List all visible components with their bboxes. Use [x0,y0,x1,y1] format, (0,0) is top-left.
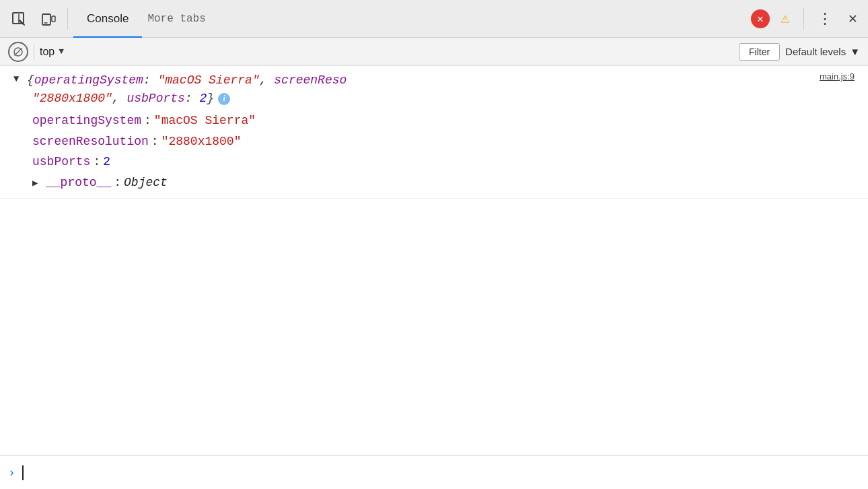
context-value-label: top [40,46,55,58]
prop-usbPorts: usbPorts : 2 [32,152,868,172]
console-tab[interactable]: Console [73,1,142,38]
devtools-toolbar: Console More tabs ✕ ⚠ ⋮ ✕ [0,0,868,38]
prop-usb-key: usbPorts [32,152,90,172]
console-toolbar-divider [34,44,34,60]
expand-arrow[interactable] [13,73,22,84]
object-preview: {operatingSystem: "macOS Sierra", screen… [27,71,347,90]
more-tabs-button[interactable]: More tabs [145,10,208,28]
proto-val: Object [124,172,168,193]
error-count-badge[interactable]: ✕ [751,9,770,28]
proto-line: __proto__ : Object [32,172,868,193]
object-properties: operatingSystem : "macOS Sierra" screenR… [32,110,868,193]
prop-res-key: screenResolution [32,131,149,152]
filter-area: Filter Default levels ▼ [739,43,860,61]
error-count-label: ✕ [757,12,764,26]
warning-badge[interactable]: ⚠ [775,9,795,29]
context-dropdown-arrow[interactable]: ▼ [59,46,64,57]
toolbar-tabs: Console More tabs [73,0,748,37]
proto-expand-arrow[interactable] [32,176,40,192]
toolbar-divider-1 [67,8,68,30]
prop-usb-val: 2 [103,152,110,172]
console-cursor [22,465,24,480]
clear-console-button[interactable] [8,42,28,62]
prop-res-val: "2880x1800" [161,131,242,152]
console-prompt: › [8,466,15,480]
entry-main-line: {operatingSystem: "macOS Sierra", screen… [13,71,868,90]
info-icon[interactable]: i [218,93,230,105]
default-levels-label: Default levels [785,46,846,57]
source-link[interactable]: main.js:9 [820,71,855,82]
inspect-element-button[interactable] [5,5,32,32]
console-input-area: › [0,455,868,489]
device-toolbar-button[interactable] [35,5,62,32]
more-options-button[interactable]: ⋮ [812,7,838,30]
console-log-entry: main.js:9 {operatingSystem: "macOS Sierr… [0,66,868,199]
prop-os-key: operatingSystem [32,110,141,131]
prop-operatingSystem: operatingSystem : "macOS Sierra" [32,110,868,131]
console-tab-label: Console [87,12,129,26]
default-levels-arrow: ▼ [850,46,860,57]
prop-os-val: "macOS Sierra" [154,110,256,131]
object-preview-line2: "2880x1800", usbPorts: 2} [32,90,214,108]
console-secondary-toolbar: top ▼ Filter Default levels ▼ [0,38,868,66]
warning-icon: ⚠ [781,9,789,28]
close-devtools-button[interactable]: ✕ [843,7,863,30]
proto-key: __proto__ [46,172,111,193]
toolbar-right-actions: ✕ ⚠ ⋮ ✕ [751,7,863,30]
filter-button[interactable]: Filter [739,43,780,61]
toolbar-divider-2 [803,8,804,30]
console-output: main.js:9 {operatingSystem: "macOS Sierr… [0,66,868,455]
svg-rect-3 [52,16,55,22]
default-levels-button[interactable]: Default levels ▼ [785,46,860,57]
prop-screenResolution: screenResolution : "2880x1800" [32,131,868,152]
context-selector[interactable]: top ▼ [40,46,255,58]
